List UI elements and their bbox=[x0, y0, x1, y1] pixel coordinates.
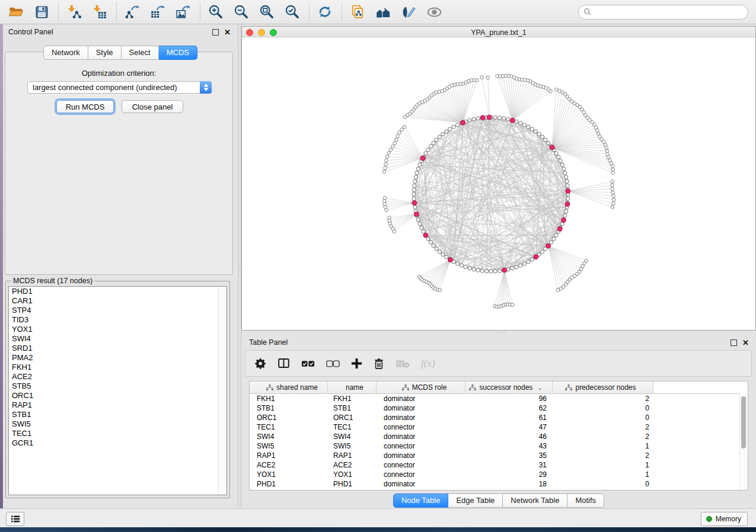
tab-select[interactable]: Select bbox=[122, 46, 159, 60]
mcds-result-item[interactable]: PHD1 bbox=[9, 287, 227, 296]
mcds-network-node[interactable] bbox=[480, 116, 485, 120]
network-node[interactable] bbox=[445, 255, 448, 259]
network-overview-icon[interactable] bbox=[374, 3, 392, 21]
select-all-icon[interactable] bbox=[301, 360, 315, 368]
network-node[interactable] bbox=[393, 142, 397, 145]
export-image-icon[interactable] bbox=[174, 3, 192, 21]
network-node[interactable] bbox=[493, 116, 497, 119]
tab-style[interactable]: Style bbox=[88, 46, 122, 60]
network-node[interactable] bbox=[527, 125, 530, 129]
network-node[interactable] bbox=[429, 145, 432, 148]
table-row[interactable]: YOX1YOX1connector291 bbox=[250, 470, 748, 479]
show-graphics-details-icon[interactable] bbox=[425, 3, 443, 21]
tab-mcds[interactable]: MCDS bbox=[159, 46, 197, 60]
mcds-network-node[interactable] bbox=[550, 145, 554, 150]
add-column-icon[interactable] bbox=[351, 358, 362, 369]
network-node[interactable] bbox=[438, 289, 442, 292]
export-table-icon[interactable] bbox=[149, 3, 167, 21]
mcds-result-item[interactable]: STB1 bbox=[9, 410, 227, 419]
mcds-network-node[interactable] bbox=[423, 233, 428, 238]
network-node[interactable] bbox=[511, 303, 515, 307]
network-node[interactable] bbox=[438, 135, 441, 139]
mcds-result-item[interactable]: SWI5 bbox=[9, 419, 227, 429]
table-tab-edge-table[interactable]: Edge Table bbox=[448, 493, 503, 508]
table-tab-node-table[interactable]: Node Table bbox=[393, 493, 449, 508]
network-node[interactable] bbox=[534, 130, 537, 133]
table-row[interactable]: FKH1FKH1dominator962 bbox=[250, 394, 748, 403]
network-node[interactable] bbox=[403, 125, 406, 129]
network-node[interactable] bbox=[413, 180, 417, 183]
network-node[interactable] bbox=[403, 116, 407, 119]
table-row[interactable]: SWI5SWI5connector431 bbox=[250, 441, 748, 451]
mcds-network-node[interactable] bbox=[534, 255, 538, 259]
table-tab-motifs[interactable]: Motifs bbox=[567, 493, 604, 508]
mcds-network-node[interactable] bbox=[414, 212, 419, 217]
network-node[interactable] bbox=[383, 196, 387, 200]
network-node[interactable] bbox=[565, 180, 569, 183]
network-node[interactable] bbox=[530, 127, 534, 131]
mcds-result-item[interactable]: SRD1 bbox=[9, 344, 227, 353]
network-node[interactable] bbox=[612, 198, 615, 202]
network-node[interactable] bbox=[438, 250, 441, 254]
mcds-result-item[interactable]: STP4 bbox=[9, 306, 227, 315]
table-row[interactable]: PHD1PHD1dominator180 bbox=[250, 479, 748, 489]
network-node[interactable] bbox=[498, 269, 502, 273]
network-node[interactable] bbox=[414, 175, 417, 179]
network-node[interactable] bbox=[416, 218, 420, 222]
network-node[interactable] bbox=[519, 264, 522, 267]
table-settings-icon[interactable] bbox=[255, 358, 266, 369]
network-node[interactable] bbox=[476, 117, 480, 120]
network-node[interactable] bbox=[464, 265, 467, 269]
network-node[interactable] bbox=[612, 194, 615, 198]
task-history-button[interactable] bbox=[6, 512, 24, 526]
column-header-name[interactable]: name bbox=[328, 382, 377, 393]
network-node[interactable] bbox=[530, 258, 534, 261]
mcds-result-item[interactable]: FKH1 bbox=[9, 363, 227, 372]
mcds-network-node[interactable] bbox=[566, 189, 570, 194]
deselect-all-icon[interactable] bbox=[326, 360, 340, 368]
table-row[interactable]: TEC1TEC1connector472 bbox=[250, 422, 748, 432]
mcds-result-item[interactable]: ORC1 bbox=[9, 391, 227, 400]
network-node[interactable] bbox=[611, 184, 614, 187]
zoom-in-icon[interactable] bbox=[207, 3, 225, 21]
mcds-network-node[interactable] bbox=[487, 115, 492, 120]
scrollbar-thumb[interactable] bbox=[741, 396, 746, 448]
network-node[interactable] bbox=[541, 250, 544, 254]
network-node[interactable] bbox=[566, 184, 569, 187]
network-node[interactable] bbox=[413, 206, 417, 209]
network-documents-icon[interactable] bbox=[349, 3, 366, 21]
network-node[interactable] bbox=[391, 145, 395, 149]
network-node[interactable] bbox=[418, 222, 422, 226]
network-node[interactable] bbox=[435, 247, 438, 251]
network-node[interactable] bbox=[441, 253, 445, 257]
network-node[interactable] bbox=[396, 134, 400, 138]
network-node[interactable] bbox=[502, 117, 506, 120]
network-node[interactable] bbox=[468, 267, 471, 270]
column-header-predecessor-nodes[interactable]: predecessor nodes bbox=[553, 382, 653, 393]
mcds-network-node[interactable] bbox=[412, 201, 417, 206]
network-node[interactable] bbox=[493, 270, 497, 273]
network-node[interactable] bbox=[476, 268, 480, 272]
network-node[interactable] bbox=[554, 152, 558, 155]
network-node[interactable] bbox=[564, 175, 568, 179]
column-header-shared-name[interactable]: shared name bbox=[250, 382, 328, 393]
network-node[interactable] bbox=[385, 209, 388, 212]
mcds-list-scrollbar[interactable] bbox=[218, 287, 227, 495]
network-node[interactable] bbox=[456, 262, 460, 265]
network-node[interactable] bbox=[496, 75, 499, 78]
network-node[interactable] bbox=[611, 187, 614, 191]
network-node[interactable] bbox=[555, 88, 559, 92]
mcds-network-node[interactable] bbox=[420, 156, 425, 161]
mcds-result-item[interactable]: SWI4 bbox=[9, 334, 227, 344]
horizontal-splitter[interactable] bbox=[241, 331, 756, 335]
mcds-network-node[interactable] bbox=[565, 202, 570, 207]
show-columns-icon[interactable] bbox=[277, 357, 290, 370]
network-node[interactable] bbox=[420, 226, 423, 229]
close-panel-icon[interactable]: ✕ bbox=[742, 340, 749, 345]
network-node[interactable] bbox=[418, 163, 422, 166]
delete-column-icon[interactable] bbox=[374, 358, 384, 370]
network-node[interactable] bbox=[413, 184, 416, 187]
network-node[interactable] bbox=[412, 193, 416, 196]
network-node[interactable] bbox=[511, 267, 514, 270]
network-node[interactable] bbox=[506, 117, 510, 121]
